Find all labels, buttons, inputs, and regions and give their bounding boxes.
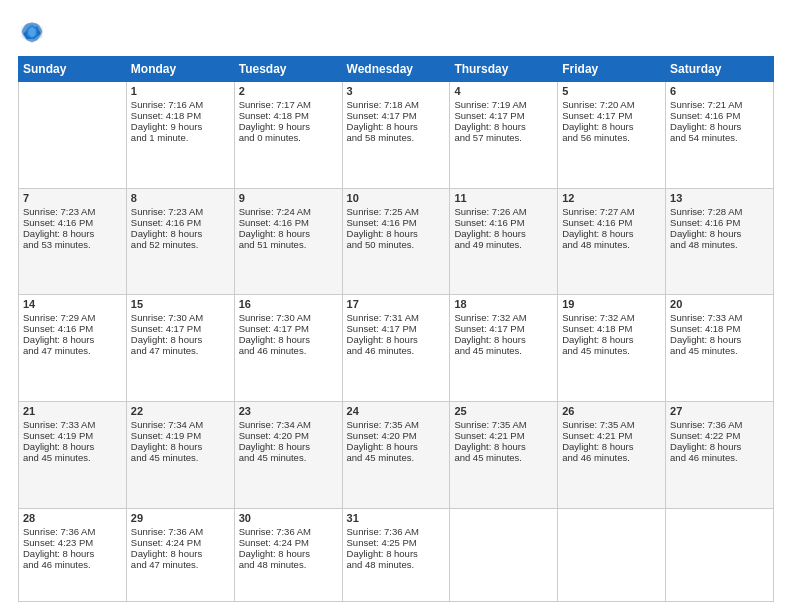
- day-info-line: and 47 minutes.: [23, 345, 122, 356]
- day-info-line: Sunset: 4:17 PM: [131, 323, 230, 334]
- day-info-line: and 46 minutes.: [670, 452, 769, 463]
- day-info-line: Daylight: 8 hours: [131, 228, 230, 239]
- day-info-line: Sunset: 4:17 PM: [239, 323, 338, 334]
- calendar-header-row: SundayMondayTuesdayWednesdayThursdayFrid…: [19, 57, 774, 82]
- day-info-line: Sunset: 4:16 PM: [347, 217, 446, 228]
- calendar-cell: 26Sunrise: 7:35 AMSunset: 4:21 PMDayligh…: [558, 401, 666, 508]
- day-info-line: and 46 minutes.: [562, 452, 661, 463]
- day-number: 16: [239, 298, 338, 310]
- day-number: 17: [347, 298, 446, 310]
- calendar-cell: 4Sunrise: 7:19 AMSunset: 4:17 PMDaylight…: [450, 82, 558, 189]
- day-info-line: Sunset: 4:17 PM: [562, 110, 661, 121]
- day-number: 8: [131, 192, 230, 204]
- general-blue-logo-icon: [18, 18, 46, 46]
- day-info-line: Daylight: 8 hours: [454, 334, 553, 345]
- day-info-line: Daylight: 8 hours: [670, 334, 769, 345]
- day-info-line: Sunrise: 7:33 AM: [670, 312, 769, 323]
- calendar-cell: 8Sunrise: 7:23 AMSunset: 4:16 PMDaylight…: [126, 188, 234, 295]
- day-info-line: Daylight: 8 hours: [670, 228, 769, 239]
- day-info-line: Sunrise: 7:33 AM: [23, 419, 122, 430]
- calendar-cell: 30Sunrise: 7:36 AMSunset: 4:24 PMDayligh…: [234, 508, 342, 601]
- day-number: 31: [347, 512, 446, 524]
- day-number: 2: [239, 85, 338, 97]
- day-info-line: and 45 minutes.: [23, 452, 122, 463]
- day-info-line: Daylight: 8 hours: [131, 441, 230, 452]
- day-number: 1: [131, 85, 230, 97]
- day-info-line: and 49 minutes.: [454, 239, 553, 250]
- day-info-line: Sunset: 4:16 PM: [670, 217, 769, 228]
- calendar-cell: 28Sunrise: 7:36 AMSunset: 4:23 PMDayligh…: [19, 508, 127, 601]
- day-info-line: and 50 minutes.: [347, 239, 446, 250]
- day-info-line: Sunset: 4:18 PM: [131, 110, 230, 121]
- calendar-week-row: 7Sunrise: 7:23 AMSunset: 4:16 PMDaylight…: [19, 188, 774, 295]
- day-info-line: Sunrise: 7:31 AM: [347, 312, 446, 323]
- day-info-line: Sunrise: 7:28 AM: [670, 206, 769, 217]
- day-info-line: and 56 minutes.: [562, 132, 661, 143]
- day-number: 6: [670, 85, 769, 97]
- calendar-cell: 10Sunrise: 7:25 AMSunset: 4:16 PMDayligh…: [342, 188, 450, 295]
- day-info-line: and 45 minutes.: [562, 345, 661, 356]
- day-info-line: and 1 minute.: [131, 132, 230, 143]
- day-info-line: and 47 minutes.: [131, 559, 230, 570]
- calendar-cell: 14Sunrise: 7:29 AMSunset: 4:16 PMDayligh…: [19, 295, 127, 402]
- day-info-line: Daylight: 9 hours: [131, 121, 230, 132]
- day-number: 9: [239, 192, 338, 204]
- day-info-line: Sunset: 4:20 PM: [239, 430, 338, 441]
- calendar-cell: 6Sunrise: 7:21 AMSunset: 4:16 PMDaylight…: [666, 82, 774, 189]
- header: [18, 18, 774, 46]
- day-info-line: Sunrise: 7:25 AM: [347, 206, 446, 217]
- day-info-line: Daylight: 8 hours: [239, 548, 338, 559]
- calendar-cell: [558, 508, 666, 601]
- day-number: 20: [670, 298, 769, 310]
- day-info-line: and 45 minutes.: [131, 452, 230, 463]
- day-info-line: Sunset: 4:16 PM: [562, 217, 661, 228]
- day-info-line: Sunrise: 7:26 AM: [454, 206, 553, 217]
- day-info-line: Daylight: 8 hours: [347, 121, 446, 132]
- page: SundayMondayTuesdayWednesdayThursdayFrid…: [0, 0, 792, 612]
- day-number: 11: [454, 192, 553, 204]
- day-info-line: Daylight: 8 hours: [562, 441, 661, 452]
- day-info-line: Sunrise: 7:35 AM: [562, 419, 661, 430]
- day-info-line: Sunset: 4:18 PM: [562, 323, 661, 334]
- day-info-line: and 48 minutes.: [670, 239, 769, 250]
- day-info-line: and 52 minutes.: [131, 239, 230, 250]
- day-info-line: Daylight: 8 hours: [670, 121, 769, 132]
- day-info-line: Sunset: 4:18 PM: [239, 110, 338, 121]
- day-info-line: and 48 minutes.: [347, 559, 446, 570]
- calendar-cell: 20Sunrise: 7:33 AMSunset: 4:18 PMDayligh…: [666, 295, 774, 402]
- day-info-line: Daylight: 8 hours: [23, 334, 122, 345]
- calendar-cell: 27Sunrise: 7:36 AMSunset: 4:22 PMDayligh…: [666, 401, 774, 508]
- calendar-cell: 24Sunrise: 7:35 AMSunset: 4:20 PMDayligh…: [342, 401, 450, 508]
- calendar-cell: 1Sunrise: 7:16 AMSunset: 4:18 PMDaylight…: [126, 82, 234, 189]
- day-info-line: Sunset: 4:19 PM: [131, 430, 230, 441]
- calendar-header-monday: Monday: [126, 57, 234, 82]
- day-info-line: Daylight: 8 hours: [239, 441, 338, 452]
- day-info-line: Daylight: 8 hours: [454, 228, 553, 239]
- day-info-line: and 45 minutes.: [347, 452, 446, 463]
- day-number: 5: [562, 85, 661, 97]
- day-info-line: Daylight: 8 hours: [562, 228, 661, 239]
- calendar-cell: 18Sunrise: 7:32 AMSunset: 4:17 PMDayligh…: [450, 295, 558, 402]
- calendar-cell: 22Sunrise: 7:34 AMSunset: 4:19 PMDayligh…: [126, 401, 234, 508]
- calendar-week-row: 28Sunrise: 7:36 AMSunset: 4:23 PMDayligh…: [19, 508, 774, 601]
- day-info-line: Sunrise: 7:34 AM: [239, 419, 338, 430]
- day-info-line: Sunset: 4:25 PM: [347, 537, 446, 548]
- day-info-line: Daylight: 8 hours: [23, 228, 122, 239]
- day-info-line: Daylight: 9 hours: [239, 121, 338, 132]
- day-number: 14: [23, 298, 122, 310]
- calendar-cell: 2Sunrise: 7:17 AMSunset: 4:18 PMDaylight…: [234, 82, 342, 189]
- calendar-cell: 23Sunrise: 7:34 AMSunset: 4:20 PMDayligh…: [234, 401, 342, 508]
- day-info-line: Daylight: 8 hours: [131, 334, 230, 345]
- day-info-line: Daylight: 8 hours: [23, 548, 122, 559]
- day-info-line: Sunrise: 7:24 AM: [239, 206, 338, 217]
- calendar-week-row: 1Sunrise: 7:16 AMSunset: 4:18 PMDaylight…: [19, 82, 774, 189]
- day-info-line: Sunset: 4:16 PM: [23, 217, 122, 228]
- day-info-line: Sunset: 4:21 PM: [562, 430, 661, 441]
- day-number: 28: [23, 512, 122, 524]
- day-number: 25: [454, 405, 553, 417]
- calendar-header-sunday: Sunday: [19, 57, 127, 82]
- logo: [18, 18, 50, 46]
- day-info-line: Sunrise: 7:32 AM: [454, 312, 553, 323]
- day-info-line: and 51 minutes.: [239, 239, 338, 250]
- day-info-line: Sunrise: 7:17 AM: [239, 99, 338, 110]
